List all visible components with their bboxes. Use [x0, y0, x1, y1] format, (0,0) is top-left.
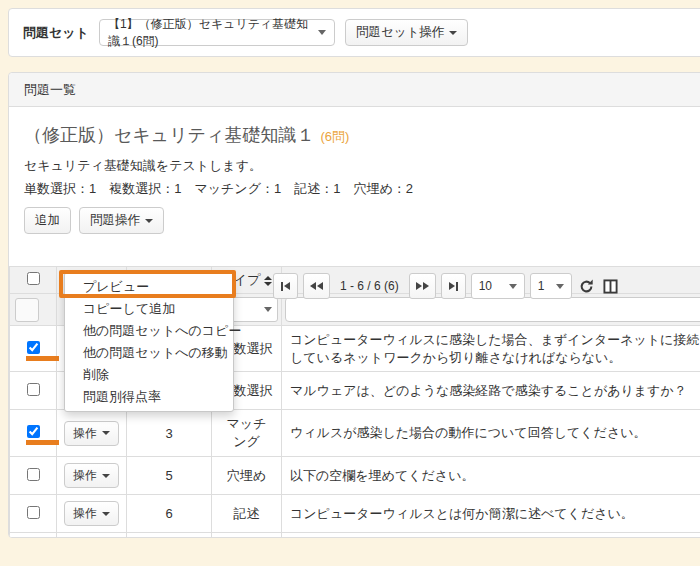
- row-operation-button[interactable]: 操作: [64, 463, 119, 488]
- chevron-down-icon: [318, 30, 326, 35]
- question-type-stats: 単数選択：1 複数選択：1 マッチング：1 記述：1 穴埋め：2: [24, 180, 692, 198]
- filter-empty-box: [15, 298, 39, 322]
- refresh-icon: [579, 279, 594, 294]
- caret-down-icon: [449, 31, 457, 35]
- row-operation-button[interactable]: 操作: [64, 501, 119, 526]
- row-checkbox[interactable]: [27, 425, 40, 438]
- question-operations-button[interactable]: 問題操作: [79, 207, 164, 234]
- question-set-bar: 問題セット 【1】（修正版）セキュリティ基礎知識１(6問) 問題セット操作: [8, 8, 700, 57]
- row-number: 5: [127, 457, 212, 495]
- question-count-badge: (6問): [321, 129, 350, 144]
- pagination-range: 1 - 6 / 6 (6): [340, 279, 399, 293]
- question-set-description: セキュリティ基礎知識をテストします。: [24, 157, 692, 175]
- question-filter-input[interactable]: [285, 297, 700, 322]
- question-set-label: 問題セット: [23, 24, 89, 42]
- row-number: 12: [127, 533, 212, 538]
- select-all-checkbox[interactable]: [27, 272, 40, 285]
- column-settings-button[interactable]: [601, 279, 620, 294]
- row-question: コンピューターウィルスに感染した場合、まずインターネットに接続しているネットワー…: [282, 326, 700, 372]
- table-row: 操作12穴埋め空欄を記入してください。: [10, 533, 700, 538]
- row-checkbox-cell: [10, 410, 57, 457]
- last-page-button[interactable]: [441, 273, 466, 299]
- row-checkbox[interactable]: [27, 341, 40, 354]
- row-type: マッチング: [212, 410, 282, 457]
- caret-down-icon: [145, 219, 153, 223]
- row-type: 穴埋め: [212, 457, 282, 495]
- annotation-underline: [26, 440, 59, 445]
- row-checkbox[interactable]: [27, 468, 40, 481]
- refresh-button[interactable]: [577, 279, 596, 294]
- caret-down-icon: [102, 512, 110, 516]
- row-number: 3: [127, 410, 212, 457]
- question-operations-menu: プレビュー コピーして追加 他の問題セットへのコピー 他の問題セットへの移動 削…: [64, 272, 234, 412]
- question-set-select[interactable]: 【1】（修正版）セキュリティ基礎知識１(6問): [99, 19, 335, 46]
- table-row: 操作6記述コンピューターウィルスとは何か簡潔に述べてください。: [10, 495, 700, 533]
- row-type: 穴埋め: [212, 533, 282, 538]
- fast-backward-icon: [310, 282, 316, 290]
- panel-body: （修正版）セキュリティ基礎知識１(6問) セキュリティ基礎知識をテストします。 …: [9, 123, 700, 538]
- page-number-select[interactable]: 1: [530, 273, 572, 299]
- next-page-button[interactable]: [409, 273, 436, 299]
- row-checkbox-cell: [10, 457, 57, 495]
- table-row: 操作5穴埋め以下の空欄を埋めてください。: [10, 457, 700, 495]
- chevron-down-icon: [509, 284, 517, 289]
- row-question: 以下の空欄を埋めてください。: [282, 457, 700, 495]
- columns-icon: [603, 279, 618, 294]
- row-type: 記述: [212, 495, 282, 533]
- row-question: マルウェアは、どのような感染経路で感染することがありますか？: [282, 372, 700, 410]
- select-all-cell: [10, 267, 57, 294]
- question-set-title: （修正版）セキュリティ基礎知識１(6問): [24, 123, 692, 147]
- prev-page-button[interactable]: [303, 273, 330, 299]
- table-row: 操作3マッチングウィルスが感染した場合の動作について回答してください。: [10, 410, 700, 457]
- row-checkbox-cell: [10, 326, 57, 372]
- first-page-button[interactable]: [273, 273, 298, 299]
- panel-title: 問題一覧: [9, 73, 700, 107]
- row-question: ウィルスが感染した場合の動作について回答してください。: [282, 410, 700, 457]
- question-set-selected-value: 【1】（修正版）セキュリティ基礎知識１(6問): [108, 16, 318, 50]
- caret-down-icon: [102, 474, 110, 478]
- sort-icon: [264, 276, 272, 286]
- menu-item-preview[interactable]: プレビュー: [65, 276, 233, 298]
- row-operation-button[interactable]: 操作: [64, 421, 119, 446]
- menu-item-copy-add[interactable]: コピーして追加: [65, 298, 233, 320]
- page-size-select[interactable]: 10: [471, 273, 525, 299]
- menu-item-score-rate[interactable]: 問題別得点率: [65, 386, 233, 408]
- chevron-down-icon: [264, 307, 272, 312]
- menu-item-copy-to-other-set[interactable]: 他の問題セットへのコピー: [65, 320, 233, 342]
- row-number: 6: [127, 495, 212, 533]
- step-forward-icon: [449, 282, 455, 290]
- chevron-down-icon: [556, 284, 564, 289]
- row-checkbox[interactable]: [27, 506, 40, 519]
- annotation-underline: [26, 356, 59, 361]
- row-checkbox-cell: [10, 372, 57, 410]
- question-list-panel: 問題一覧 （修正版）セキュリティ基礎知識１(6問) セキュリティ基礎知識をテスト…: [8, 72, 700, 538]
- row-checkbox[interactable]: [27, 383, 40, 396]
- row-question: コンピューターウィルスとは何か簡潔に述べてください。: [282, 495, 700, 533]
- step-backward-icon: [281, 282, 283, 291]
- caret-down-icon: [102, 431, 110, 435]
- question-set-operations-button[interactable]: 問題セット操作: [345, 19, 468, 46]
- menu-item-move-to-other-set[interactable]: 他の問題セットへの移動: [65, 342, 233, 364]
- pagination: 1 - 6 / 6 (6) 10 1: [273, 273, 620, 299]
- toolbar: 追加 問題操作: [24, 207, 692, 234]
- row-checkbox-cell: [10, 533, 57, 538]
- menu-item-delete[interactable]: 削除: [65, 364, 233, 386]
- row-question: 空欄を記入してください。: [282, 533, 700, 538]
- add-button[interactable]: 追加: [24, 207, 71, 234]
- row-checkbox-cell: [10, 495, 57, 533]
- fast-forward-icon: [416, 282, 422, 290]
